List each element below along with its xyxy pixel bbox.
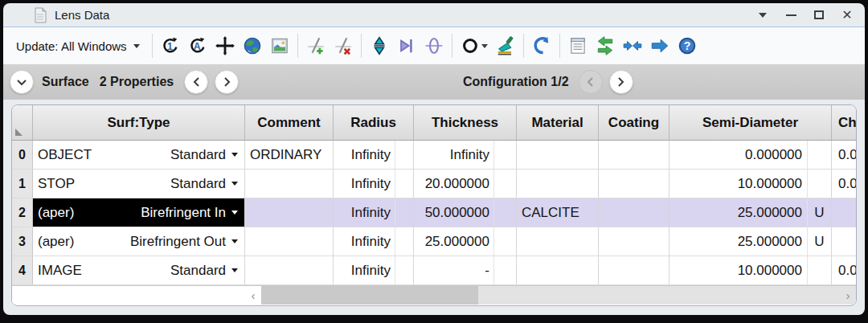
cell-thickness-flag[interactable]: [494, 198, 517, 227]
surface-next-button[interactable]: [215, 70, 239, 94]
crosshair-button[interactable]: [211, 32, 239, 59]
update-all-windows-dropdown[interactable]: Update: All Windows: [16, 39, 140, 53]
row-number-cell[interactable]: 4: [12, 256, 33, 284]
cell-chi[interactable]: [832, 227, 857, 256]
surface-type-dropdown[interactable]: Standard: [170, 147, 238, 163]
circle-aperture-dropdown-button[interactable]: [457, 32, 492, 59]
surface-prev-button[interactable]: [184, 70, 208, 94]
cell-comment[interactable]: [245, 256, 334, 284]
cell-thickness[interactable]: 50.000000: [414, 198, 494, 227]
cell-radius[interactable]: Infinity: [334, 170, 395, 198]
cell-surf-type[interactable]: (aper)Birefringent In: [33, 198, 245, 227]
cell-material[interactable]: [517, 141, 599, 169]
cell-chi[interactable]: [832, 198, 857, 227]
cell-radius-flag[interactable]: [395, 141, 414, 169]
cell-thickness-flag[interactable]: [494, 170, 517, 198]
cell-thickness[interactable]: 25.000000: [414, 227, 494, 256]
refresh-config-all-button[interactable]: A: [184, 32, 211, 59]
cell-semi-diameter[interactable]: 25.000000: [669, 198, 808, 227]
lens-front-button[interactable]: [393, 32, 420, 59]
cell-surf-type[interactable]: STOPStandard: [33, 170, 245, 198]
cell-chi[interactable]: 0.000000: [832, 141, 857, 169]
spreadsheet-button[interactable]: [564, 32, 592, 59]
window-menu-chevron-down-icon[interactable]: [756, 9, 769, 22]
cell-coating[interactable]: [599, 227, 669, 256]
cell-semi-diameter-flag[interactable]: [808, 256, 832, 284]
configuration-prev-button[interactable]: [579, 70, 603, 94]
cell-radius[interactable]: Infinity: [334, 198, 395, 227]
cell-thickness-flag[interactable]: [494, 141, 517, 169]
row-number-cell[interactable]: 1: [12, 170, 33, 198]
cell-material[interactable]: [517, 170, 599, 198]
cell-coating[interactable]: [599, 198, 669, 227]
cell-radius-flag[interactable]: [395, 198, 414, 227]
insert-surface-button[interactable]: [302, 32, 330, 59]
refresh-config-1-button[interactable]: 1: [157, 32, 184, 59]
scrollbar-thumb[interactable]: [261, 286, 478, 305]
cell-material[interactable]: CALCITE: [517, 198, 599, 227]
cell-radius-flag[interactable]: [395, 227, 414, 256]
cell-thickness[interactable]: Infinity: [414, 141, 494, 169]
help-button[interactable]: ?: [674, 32, 701, 59]
scroll-left-arrow-icon[interactable]: ‹: [245, 286, 261, 305]
close-icon[interactable]: ✕: [841, 9, 854, 22]
birefringent-lens-button[interactable]: [366, 32, 393, 59]
surface-type-dropdown[interactable]: Birefringent Out: [130, 234, 238, 250]
select-all-corner-cell[interactable]: [12, 105, 33, 140]
cell-comment[interactable]: ORDINARY: [245, 141, 334, 169]
cell-surf-type[interactable]: IMAGEStandard: [33, 256, 245, 284]
delete-surface-button[interactable]: [330, 32, 357, 59]
cell-semi-diameter-flag[interactable]: [808, 141, 832, 169]
cell-coating[interactable]: [599, 256, 669, 284]
cell-material[interactable]: [517, 227, 599, 256]
scrollbar-track[interactable]: ›: [478, 286, 856, 305]
cell-semi-diameter[interactable]: 25.000000: [669, 227, 808, 256]
cell-semi-diameter-flag[interactable]: U: [808, 198, 832, 227]
cell-radius-flag[interactable]: [395, 170, 414, 198]
surface-properties-expand-button[interactable]: [10, 70, 34, 94]
paintbrush-button[interactable]: [492, 32, 519, 59]
cell-thickness[interactable]: -: [414, 256, 494, 284]
row-number-cell[interactable]: 2: [12, 198, 33, 227]
maximize-icon[interactable]: [813, 9, 825, 22]
cell-radius[interactable]: Infinity: [334, 256, 395, 284]
swap-arrows-button[interactable]: [592, 32, 619, 59]
cell-chi[interactable]: 0.000000: [832, 170, 857, 198]
save-image-button[interactable]: [266, 32, 293, 59]
cell-semi-diameter[interactable]: 0.000000: [669, 141, 808, 169]
surface-type-dropdown[interactable]: Birefringent In: [141, 205, 238, 221]
cell-comment[interactable]: [245, 170, 334, 198]
arrow-right-button[interactable]: [646, 32, 674, 59]
cell-semi-diameter-flag[interactable]: [808, 170, 832, 198]
converge-arrows-button[interactable]: [619, 32, 646, 59]
cell-thickness-flag[interactable]: [494, 227, 517, 256]
cell-surf-type[interactable]: (aper)Birefringent Out: [33, 227, 245, 256]
surface-type-dropdown[interactable]: Standard: [170, 176, 238, 192]
cell-radius[interactable]: Infinity: [334, 227, 395, 256]
globe-button[interactable]: [239, 32, 266, 59]
lens-ellipse-button[interactable]: [420, 32, 448, 59]
row-number-cell[interactable]: 3: [12, 227, 33, 256]
row-number-cell[interactable]: 0: [12, 141, 33, 169]
cell-coating[interactable]: [599, 170, 669, 198]
cell-thickness-flag[interactable]: [494, 256, 517, 284]
cell-surf-type[interactable]: OBJECTStandard: [33, 141, 245, 169]
configuration-next-button[interactable]: [609, 70, 633, 94]
cell-radius-flag[interactable]: [395, 256, 414, 284]
birefringent-lens-icon: [369, 35, 390, 56]
cell-thickness[interactable]: 20.000000: [414, 170, 494, 198]
cell-coating[interactable]: [599, 141, 669, 169]
cell-semi-diameter[interactable]: 10.000000: [669, 256, 808, 284]
header-chi: Chi: [832, 105, 857, 140]
cell-semi-diameter[interactable]: 10.000000: [669, 170, 808, 198]
scroll-right-arrow-icon[interactable]: ›: [840, 286, 856, 305]
cell-radius[interactable]: Infinity: [334, 141, 395, 169]
undo-curve-button[interactable]: [528, 32, 555, 59]
minimize-icon[interactable]: [784, 9, 797, 22]
cell-chi[interactable]: 0.000000: [832, 256, 857, 284]
cell-comment[interactable]: [245, 227, 334, 256]
surface-type-dropdown[interactable]: Standard: [170, 263, 238, 279]
cell-comment[interactable]: [245, 198, 334, 227]
cell-semi-diameter-flag[interactable]: U: [808, 227, 832, 256]
cell-material[interactable]: [517, 256, 599, 284]
